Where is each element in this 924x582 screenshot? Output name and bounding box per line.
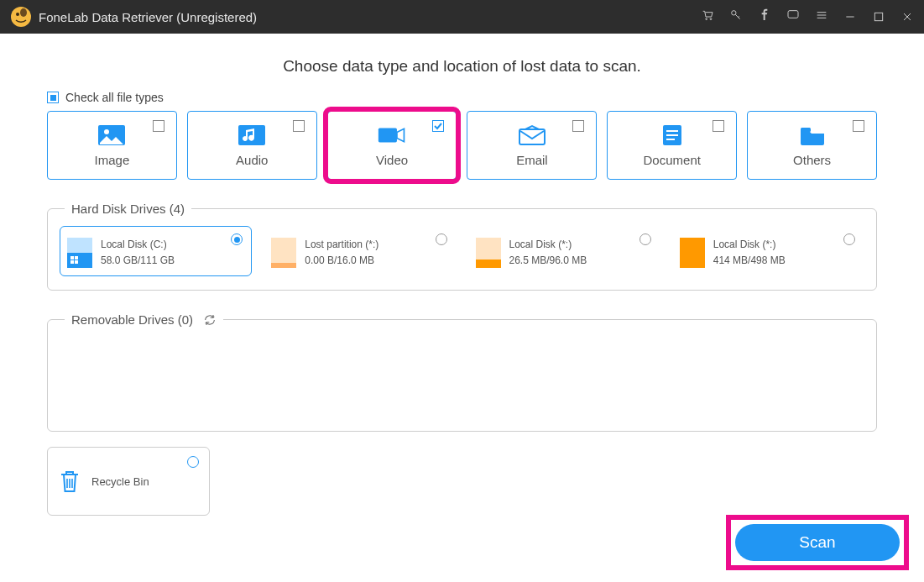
type-audio-label: Audio: [236, 153, 268, 167]
svg-rect-14: [666, 130, 678, 132]
titlebar: FoneLab Data Retriever (Unregistered): [0, 0, 924, 34]
feedback-icon[interactable]: [786, 8, 800, 25]
type-card-others[interactable]: Others: [747, 111, 877, 180]
type-document-label: Document: [644, 153, 701, 167]
type-audio-checkbox[interactable]: [293, 120, 305, 132]
drive-local2-radio[interactable]: [639, 233, 651, 245]
drive-c-radio[interactable]: [231, 233, 243, 245]
drive-c-size: 58.0 GB/111 GB: [101, 253, 175, 269]
drive-local3-name: Local Disk (*:): [713, 237, 786, 253]
drive-c[interactable]: Local Disk (C:) 58.0 GB/111 GB: [60, 226, 252, 276]
image-icon: [97, 124, 126, 146]
svg-point-5: [732, 11, 736, 15]
others-icon: [798, 124, 827, 146]
svg-rect-15: [666, 134, 678, 136]
app-title: FoneLab Data Retriever (Unregistered): [39, 10, 257, 24]
key-icon[interactable]: [729, 8, 743, 25]
facebook-icon[interactable]: [758, 8, 771, 25]
menu-icon[interactable]: [815, 8, 828, 25]
document-icon: [658, 124, 686, 146]
recycle-radio[interactable]: [187, 456, 199, 468]
page-headline: Choose data type and location of lost da…: [47, 57, 877, 76]
type-email-checkbox[interactable]: [572, 120, 584, 132]
svg-point-3: [706, 18, 707, 20]
drive-local3[interactable]: Local Disk (*:) 414 MB/498 MB: [672, 226, 864, 276]
type-card-audio[interactable]: Audio: [187, 111, 317, 180]
type-card-image[interactable]: Image: [47, 111, 177, 180]
svg-rect-11: [378, 128, 397, 142]
drive-icon: [476, 238, 501, 268]
svg-rect-12: [519, 129, 545, 144]
type-card-email[interactable]: Email: [467, 111, 597, 180]
hdd-group: Hard Disk Drives (4) Local Disk (C:) 58.…: [47, 202, 877, 291]
svg-rect-7: [874, 13, 882, 20]
type-others-checkbox[interactable]: [853, 120, 864, 132]
drive-lost-name: Lost partition (*:): [305, 237, 378, 253]
svg-point-1: [16, 13, 19, 16]
svg-point-4: [710, 18, 712, 20]
video-icon: [378, 124, 406, 146]
trash-icon: [58, 468, 81, 495]
recycle-bin-card[interactable]: Recycle Bin: [47, 447, 210, 516]
type-image-checkbox[interactable]: [153, 120, 164, 132]
check-all-checkbox[interactable]: [47, 92, 59, 103]
type-others-label: Others: [793, 153, 831, 167]
hdd-legend: Hard Disk Drives (4): [65, 202, 191, 216]
check-all-label: Check all file types: [65, 91, 164, 104]
removable-legend: Removable Drives (0): [65, 312, 223, 327]
drive-local2-size: 26.5 MB/96.0 MB: [509, 253, 587, 269]
drive-local2[interactable]: Local Disk (*:) 26.5 MB/96.0 MB: [468, 226, 660, 276]
svg-point-0: [11, 7, 31, 27]
svg-point-9: [104, 129, 109, 134]
close-icon[interactable]: [901, 10, 914, 24]
svg-rect-17: [801, 128, 811, 132]
svg-rect-16: [666, 139, 675, 140]
drive-local2-name: Local Disk (*:): [509, 237, 587, 253]
drive-local3-size: 414 MB/498 MB: [713, 253, 786, 269]
svg-rect-18: [67, 238, 92, 253]
type-email-label: Email: [516, 153, 548, 167]
refresh-icon[interactable]: [203, 313, 217, 327]
drive-lost-radio[interactable]: [436, 233, 447, 245]
type-image-label: Image: [95, 153, 130, 167]
file-type-row: Image Audio Video Email Document Others: [47, 111, 877, 180]
drive-icon: [680, 238, 705, 268]
audio-icon: [238, 124, 266, 146]
maximize-icon[interactable]: [872, 10, 885, 24]
scan-button[interactable]: Scan: [735, 524, 900, 561]
removable-group: Removable Drives (0): [47, 312, 877, 432]
drive-c-name: Local Disk (C:): [101, 237, 175, 253]
type-video-label: Video: [376, 153, 408, 167]
cart-icon[interactable]: [701, 8, 714, 25]
drive-local3-radio[interactable]: [843, 233, 855, 245]
drive-icon: [271, 238, 296, 268]
windows-drive-icon: [67, 238, 92, 268]
drive-lost[interactable]: Lost partition (*:) 0.00 B/16.0 MB: [264, 226, 456, 276]
svg-rect-20: [70, 256, 74, 260]
recycle-label: Recycle Bin: [91, 475, 149, 488]
svg-rect-25: [271, 263, 296, 268]
scan-highlight: Scan: [726, 515, 909, 570]
minimize-icon[interactable]: [843, 10, 857, 24]
svg-rect-28: [680, 238, 705, 268]
app-logo-icon: [10, 6, 32, 28]
drive-lost-size: 0.00 B/16.0 MB: [305, 253, 378, 269]
svg-rect-27: [476, 260, 501, 268]
type-document-checkbox[interactable]: [713, 120, 724, 132]
svg-point-2: [20, 8, 27, 17]
email-icon: [518, 124, 546, 146]
check-all-row[interactable]: Check all file types: [47, 91, 877, 104]
removable-legend-text: Removable Drives (0): [71, 312, 193, 327]
svg-rect-23: [75, 260, 78, 264]
type-card-video[interactable]: Video: [327, 111, 457, 180]
svg-rect-22: [70, 260, 74, 264]
svg-rect-21: [75, 256, 78, 260]
type-card-document[interactable]: Document: [607, 111, 737, 180]
type-video-checkbox[interactable]: [432, 120, 444, 132]
